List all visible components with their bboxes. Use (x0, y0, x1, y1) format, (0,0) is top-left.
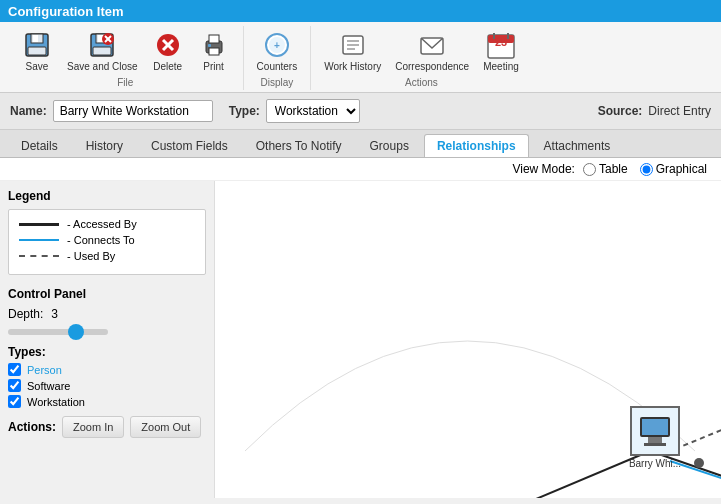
meeting-icon: 23 (485, 29, 517, 61)
depth-slider-thumb[interactable] (68, 324, 84, 340)
tab-custom-fields[interactable]: Custom Fields (138, 134, 241, 157)
node-barry-white[interactable]: Barry Whi... (620, 406, 690, 469)
print-button[interactable]: Print (193, 26, 235, 75)
legend-blue-line (19, 239, 59, 241)
legend-accessed-by: - Accessed By (19, 218, 195, 230)
correspondence-label: Correspondence (395, 61, 469, 72)
display-group-label: Display (261, 77, 294, 88)
delete-icon (152, 29, 184, 61)
control-panel-title: Control Panel (8, 287, 206, 301)
type-item-person: Person (8, 363, 206, 376)
svg-rect-15 (209, 35, 219, 43)
graph-canvas: Barry Whi... Rep Barr... (215, 181, 721, 498)
type-select-wrap[interactable]: Workstation Server Laptop Desktop (266, 99, 360, 123)
name-label: Name: (10, 104, 47, 118)
name-input[interactable] (53, 100, 213, 122)
ribbon: Save Save and Close (0, 22, 721, 93)
depth-value: 3 (51, 307, 58, 321)
ws-screen (640, 417, 670, 437)
barry-white-img (630, 406, 680, 456)
content-area: View Mode: Table Graphical Legend - Acce… (0, 158, 721, 498)
graphical-radio[interactable] (640, 163, 653, 176)
actions-label: Actions: (8, 420, 56, 434)
type-software-checkbox[interactable] (8, 379, 21, 392)
delete-button[interactable]: Delete (147, 26, 189, 75)
graph-area: Barry Whi... Rep Barr... (215, 181, 721, 498)
svg-rect-17 (208, 44, 211, 47)
save-button[interactable]: Save (16, 26, 58, 75)
ribbon-group-file: Save Save and Close (8, 26, 244, 90)
tab-history[interactable]: History (73, 134, 136, 157)
tab-relationships[interactable]: Relationships (424, 134, 529, 157)
type-item-workstation: Workstation (8, 395, 206, 408)
depth-row: Depth: 3 (8, 307, 206, 321)
print-label: Print (203, 61, 224, 72)
types-section: Types: Person Software Workstation (8, 345, 206, 408)
table-radio-label[interactable]: Table (583, 162, 628, 176)
workstation-icon (640, 417, 670, 446)
save-label: Save (26, 61, 49, 72)
print-icon (198, 29, 230, 61)
save-icon (21, 29, 53, 61)
table-option-label: Table (599, 162, 628, 176)
source-value: Direct Entry (648, 104, 711, 118)
source-label: Source: (598, 104, 643, 118)
title-bar-label: Configuration Item (8, 4, 124, 19)
counters-icon: + (261, 29, 293, 61)
correspondence-button[interactable]: Correspondence (390, 26, 474, 75)
type-person-checkbox[interactable] (8, 363, 21, 376)
legend-connects-to: - Connects To (19, 234, 195, 246)
type-person-label: Person (27, 364, 62, 376)
ribbon-actions-buttons: Work History Correspondence 23 (319, 26, 524, 75)
zoom-in-button[interactable]: Zoom In (62, 416, 124, 438)
file-group-label: File (117, 77, 133, 88)
ws-base (644, 443, 666, 446)
graphical-option-label: Graphical (656, 162, 707, 176)
counters-label: Counters (257, 61, 298, 72)
meeting-label: Meeting (483, 61, 519, 72)
tab-details[interactable]: Details (8, 134, 71, 157)
svg-text:+: + (274, 40, 280, 51)
meeting-button[interactable]: 23 Meeting (478, 26, 524, 75)
svg-rect-3 (28, 47, 46, 55)
correspondence-icon (416, 29, 448, 61)
work-history-button[interactable]: Work History (319, 26, 386, 75)
ribbon-file-buttons: Save Save and Close (16, 26, 235, 75)
graphical-radio-label[interactable]: Graphical (640, 162, 707, 176)
type-workstation-checkbox[interactable] (8, 395, 21, 408)
main-split: Legend - Accessed By - Connects To - Use… (0, 181, 721, 498)
type-label: Type: (229, 104, 260, 118)
legend-section: Legend - Accessed By - Connects To - Use… (8, 189, 206, 275)
types-title: Types: (8, 345, 206, 359)
ribbon-group-display: + Counters Display (244, 26, 312, 90)
svg-rect-2 (33, 35, 38, 42)
work-history-label: Work History (324, 61, 381, 72)
legend-used-by-label: - Used By (67, 250, 115, 262)
zoom-out-button[interactable]: Zoom Out (130, 416, 201, 438)
dot-node-2 (694, 458, 704, 468)
actions-row: Actions: Zoom In Zoom Out (8, 416, 206, 438)
control-panel-section: Control Panel Depth: 3 Types: Person (8, 287, 206, 438)
table-radio[interactable] (583, 163, 596, 176)
name-field: Name: (10, 100, 213, 122)
tab-attachments[interactable]: Attachments (531, 134, 624, 157)
legend-used-by: - Used By (19, 250, 195, 262)
save-and-close-button[interactable]: Save and Close (62, 26, 143, 75)
tab-others-to-notify[interactable]: Others To Notify (243, 134, 355, 157)
legend-connects-to-label: - Connects To (67, 234, 135, 246)
save-close-label: Save and Close (67, 61, 138, 72)
type-select[interactable]: Workstation Server Laptop Desktop (267, 100, 359, 122)
title-bar: Configuration Item (0, 0, 721, 22)
tab-groups[interactable]: Groups (357, 134, 422, 157)
svg-rect-16 (209, 48, 219, 55)
left-panel: Legend - Accessed By - Connects To - Use… (0, 181, 215, 498)
ribbon-display-buttons: + Counters (252, 26, 303, 75)
counters-button[interactable]: + Counters (252, 26, 303, 75)
svg-rect-7 (93, 47, 111, 55)
type-item-software: Software (8, 379, 206, 392)
depth-slider-track (8, 329, 108, 335)
legend-solid-line (19, 223, 59, 226)
view-mode-bar: View Mode: Table Graphical (0, 158, 721, 181)
work-history-icon (337, 29, 369, 61)
type-field: Type: Workstation Server Laptop Desktop (229, 99, 360, 123)
